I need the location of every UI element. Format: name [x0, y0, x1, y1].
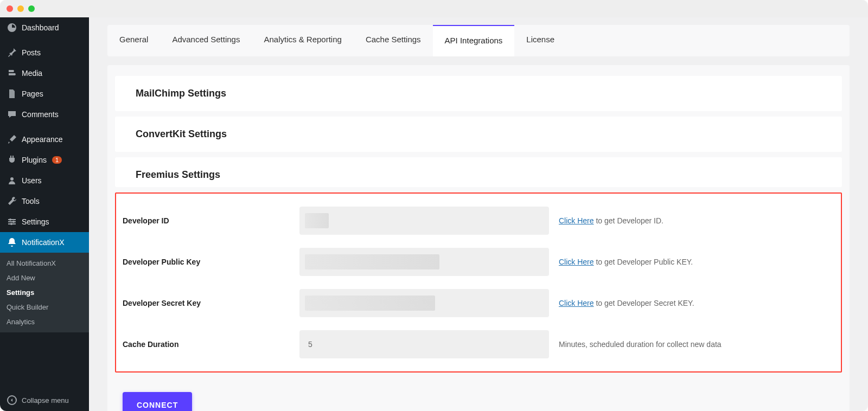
section-title-convertkit: ConvertKit Settings — [136, 129, 821, 140]
plugins-update-badge: 1 — [52, 156, 62, 164]
sidebar-item-notificationx[interactable]: NotificationX — [0, 232, 89, 253]
submenu-all-notificationx[interactable]: All NotificationX — [0, 256, 89, 271]
section-mailchimp[interactable]: MailChimp Settings — [115, 76, 842, 111]
sidebar-item-label: Plugins — [22, 156, 47, 164]
developer-secret-key-input[interactable] — [299, 289, 549, 317]
brush-icon — [7, 134, 17, 145]
field-row-cache-duration: Cache Duration Minutes, scheduled durati… — [120, 324, 837, 365]
wrench-icon — [7, 196, 17, 207]
field-row-developer-secret-key: Developer Secret Key Click Here to get D… — [120, 282, 837, 324]
connect-button[interactable]: CONNECT — [123, 392, 192, 411]
field-label-developer-id: Developer ID — [120, 216, 299, 225]
sidebar-item-label: Appearance — [22, 135, 63, 144]
sidebar-item-label: Dashboard — [22, 23, 59, 32]
sliders-icon — [7, 216, 17, 227]
tab-analytics-reporting[interactable]: Analytics & Reporting — [252, 25, 353, 56]
tab-general[interactable]: General — [107, 25, 160, 56]
collapse-icon — [7, 395, 17, 406]
comment-icon — [7, 109, 17, 120]
field-control — [299, 248, 549, 276]
field-label-developer-secret-key: Developer Secret Key — [120, 299, 299, 307]
click-here-link-developer-id[interactable]: Click Here — [559, 216, 594, 225]
click-here-link-developer-public-key[interactable]: Click Here — [559, 258, 594, 266]
svg-point-0 — [10, 177, 14, 181]
tab-api-integrations[interactable]: API Integrations — [433, 25, 515, 56]
sidebar-item-label: Comments — [22, 110, 59, 119]
api-integrations-panel: MailChimp Settings ConvertKit Settings F… — [107, 65, 850, 411]
section-convertkit[interactable]: ConvertKit Settings — [115, 117, 842, 152]
pin-icon — [7, 47, 17, 58]
field-control — [299, 207, 549, 235]
window-close-dot[interactable] — [7, 5, 13, 12]
window-maximize-dot[interactable] — [28, 5, 35, 12]
field-hint-developer-id: Click Here to get Developer ID. — [549, 216, 837, 225]
field-label-cache-duration: Cache Duration — [120, 340, 299, 349]
submenu-analytics[interactable]: Analytics — [0, 314, 89, 329]
sidebar-item-label: Settings — [22, 217, 49, 226]
page-icon — [7, 88, 17, 99]
sidebar-item-label: Pages — [22, 89, 43, 98]
svg-point-3 — [10, 223, 12, 225]
field-control — [299, 330, 549, 358]
svg-point-1 — [9, 219, 11, 221]
sidebar-item-posts[interactable]: Posts — [0, 42, 89, 63]
admin-sidebar: Dashboard Posts Media Pages Comments — [0, 17, 89, 411]
collapse-menu-label: Collapse menu — [22, 396, 69, 404]
svg-point-2 — [12, 221, 15, 223]
section-freemius[interactable]: Freemius Settings — [115, 157, 842, 187]
sidebar-item-media[interactable]: Media — [0, 63, 89, 84]
collapse-menu-button[interactable]: Collapse menu — [0, 389, 89, 411]
developer-id-input[interactable] — [299, 207, 549, 235]
field-row-developer-public-key: Developer Public Key Click Here to get D… — [120, 241, 837, 282]
sidebar-item-appearance[interactable]: Appearance — [0, 129, 89, 150]
sidebar-item-plugins[interactable]: Plugins 1 — [0, 150, 89, 170]
sidebar-item-label: Media — [22, 69, 42, 78]
media-icon — [7, 68, 17, 79]
sidebar-item-dashboard[interactable]: Dashboard — [0, 17, 89, 38]
developer-public-key-input[interactable] — [299, 248, 549, 276]
bell-icon — [7, 237, 17, 248]
sidebar-item-label: Posts — [22, 48, 41, 57]
main-content: General Advanced Settings Analytics & Re… — [89, 17, 868, 411]
field-label-developer-public-key: Developer Public Key — [120, 258, 299, 266]
dashboard-icon — [7, 22, 17, 33]
tab-license[interactable]: License — [514, 25, 566, 56]
settings-tabs: General Advanced Settings Analytics & Re… — [107, 25, 850, 56]
sidebar-item-settings[interactable]: Settings — [0, 211, 89, 232]
submenu-settings[interactable]: Settings — [0, 285, 89, 300]
plugin-icon — [7, 155, 17, 165]
click-here-link-developer-secret-key[interactable]: Click Here — [559, 299, 594, 307]
sidebar-submenu: All NotificationX Add New Settings Quick… — [0, 253, 89, 332]
sidebar-item-label: Users — [22, 176, 42, 185]
field-row-developer-id: Developer ID Click Here to get Developer… — [120, 200, 837, 241]
tab-advanced-settings[interactable]: Advanced Settings — [160, 25, 252, 56]
tab-cache-settings[interactable]: Cache Settings — [354, 25, 433, 56]
field-hint-developer-secret-key: Click Here to get Developer Secret KEY. — [549, 299, 837, 307]
field-control — [299, 289, 549, 317]
freemius-fields-highlight: Developer ID Click Here to get Developer… — [115, 192, 842, 373]
section-title-mailchimp: MailChimp Settings — [136, 88, 821, 99]
field-hint-developer-public-key: Click Here to get Developer Public KEY. — [549, 258, 837, 266]
cache-duration-input[interactable] — [299, 330, 549, 358]
sidebar-item-comments[interactable]: Comments — [0, 104, 89, 125]
submenu-quick-builder[interactable]: Quick Builder — [0, 300, 89, 314]
sidebar-item-tools[interactable]: Tools — [0, 191, 89, 211]
sidebar-item-label: Tools — [22, 197, 40, 206]
sidebar-item-users[interactable]: Users — [0, 170, 89, 191]
sidebar-item-label: NotificationX — [22, 238, 65, 247]
sidebar-item-pages[interactable]: Pages — [0, 84, 89, 104]
user-icon — [7, 175, 17, 186]
window-title-bar — [0, 0, 868, 17]
field-hint-cache-duration: Minutes, scheduled duration for collect … — [549, 340, 837, 349]
window-minimize-dot[interactable] — [17, 5, 24, 12]
section-title-freemius: Freemius Settings — [136, 169, 821, 181]
submenu-add-new[interactable]: Add New — [0, 271, 89, 285]
